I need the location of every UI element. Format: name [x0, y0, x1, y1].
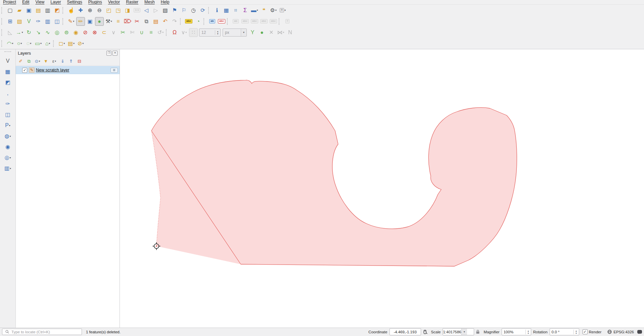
fill-ring-button[interactable]: ◉ — [72, 28, 80, 37]
collapse-all-button[interactable]: ⇑ — [67, 57, 75, 65]
split-features-button[interactable]: ✂ — [119, 28, 127, 37]
open-project-button[interactable]: ▰ — [15, 6, 24, 15]
offset-curve-button[interactable]: ⊂ — [100, 28, 108, 37]
toolbar-drag-handle[interactable] — [203, 18, 206, 25]
snapping-type-dropdown-arrow-icon[interactable]: ▾ — [185, 31, 187, 34]
new-project-button[interactable]: ▢ — [6, 6, 14, 15]
manage-map-themes-button[interactable]: ⊙▾ — [34, 57, 41, 65]
add-wfs-layer-button[interactable]: ◎▾ — [3, 153, 12, 162]
rotation-spin-arrows[interactable]: ▴▾ — [573, 330, 579, 334]
scale-feature-button[interactable]: ↘ — [34, 28, 43, 37]
new-spatial-bookmark-button[interactable]: ⚑ — [170, 6, 179, 15]
vertex-tool-dropdown-arrow-icon[interactable]: ▾ — [111, 20, 112, 23]
crs-value[interactable]: EPSG:4326 — [613, 330, 634, 334]
toolbar-drag-handle[interactable] — [1, 29, 4, 36]
current-edits-dropdown-arrow-icon[interactable]: ▾ — [73, 20, 74, 23]
snapping-tolerance-spinbox[interactable]: 12▴▾ — [199, 29, 221, 37]
circle-tool-button[interactable]: ○▾ — [15, 39, 24, 48]
copy-features-button[interactable]: ⧉ — [142, 17, 151, 26]
toolbar-drag-handle[interactable] — [166, 29, 169, 36]
move-feature-dropdown-arrow-icon[interactable]: ▾ — [21, 31, 23, 34]
locator-input[interactable] — [11, 330, 80, 334]
enable-topological-editing-button[interactable]: Y — [248, 28, 257, 37]
identify-features-button[interactable]: ℹ — [213, 6, 221, 15]
menu-vector[interactable]: Vector — [105, 0, 123, 4]
add-wms-layer-button[interactable]: ◍▾ — [3, 132, 12, 141]
filter-by-expression-button[interactable]: ε▾ — [50, 57, 58, 65]
spin-up-icon[interactable]: ▴ — [526, 330, 531, 332]
add-spatialite-layer-button[interactable]: ✑ — [3, 100, 12, 108]
statistical-summary-button[interactable]: Σ — [241, 6, 249, 15]
ellipse-tool-dropdown-arrow-icon[interactable]: ▾ — [30, 42, 31, 45]
menu-plugins[interactable]: Plugins — [85, 0, 105, 4]
pan-map-button[interactable]: ☝ — [67, 6, 76, 15]
refresh-map-button[interactable]: ⟳ — [198, 6, 207, 15]
spin-down-icon[interactable]: ▾ — [215, 33, 220, 35]
highlight-pinned-labels-button[interactable]: abc — [217, 17, 226, 26]
save-project-button[interactable]: ▣ — [25, 6, 33, 15]
rotate-point-symbols-dropdown-arrow-icon[interactable]: ▾ — [162, 31, 164, 34]
undo-button[interactable]: ↶ — [161, 17, 170, 26]
paste-features-button[interactable]: ▤ — [151, 17, 160, 26]
menu-edit[interactable]: Edit — [19, 0, 33, 4]
open-layer-styling-button[interactable]: ✐ — [17, 57, 25, 65]
expand-all-button[interactable]: ⇓ — [59, 57, 66, 65]
delete-part-button[interactable]: ⊗ — [90, 28, 99, 37]
menu-settings[interactable]: Settings — [64, 0, 85, 4]
toolbar-drag-handle[interactable] — [279, 18, 282, 25]
new-temporary-scratch-layer-button[interactable]: ▥ — [43, 17, 52, 26]
add-part-button[interactable]: ⊚ — [62, 28, 71, 37]
rotate-feature-button[interactable]: ↻ — [25, 28, 33, 37]
field-calculator-button[interactable]: ⌗ — [231, 6, 240, 15]
toolbar-drag-handle[interactable] — [53, 40, 56, 47]
simplify-feature-button[interactable]: ∿ — [43, 28, 52, 37]
new-geopackage-layer-button[interactable]: ▧ — [15, 17, 24, 26]
select-features-dropdown-arrow-icon[interactable]: ▾ — [63, 42, 65, 45]
new-spatialite-layer-button[interactable]: ✑ — [34, 17, 43, 26]
float-panel-button[interactable]: ❐ — [106, 51, 111, 56]
toolbar-drag-handle[interactable] — [4, 51, 11, 54]
new-print-layout-button[interactable]: ▤ — [34, 6, 43, 15]
measure-dropdown-arrow-icon[interactable]: ▾ — [257, 9, 258, 12]
render-checkbox[interactable]: ✓ — [583, 329, 588, 334]
add-raster-layer-button[interactable]: ▦ — [3, 67, 12, 76]
regular-polygon-tool-button[interactable]: ⌂▾ — [43, 39, 52, 48]
enable-tracing-dropdown-arrow-icon[interactable]: ▾ — [283, 31, 284, 34]
vertex-tool-button[interactable]: ⚒▾ — [104, 17, 113, 26]
text-annotation-dropdown-arrow-icon[interactable]: ▾ — [284, 9, 286, 12]
show-spatial-bookmarks-button[interactable]: ⚐ — [180, 6, 188, 15]
memory-layer-indicator-icon[interactable]: ▥ — [110, 68, 118, 73]
add-delimited-text-layer-button[interactable]: , — [3, 89, 12, 98]
pin-unpin-labels-button[interactable]: ab — [208, 17, 217, 26]
scale-dropdown-arrow-icon[interactable]: ▾ — [461, 329, 467, 335]
add-wcs-layer-button[interactable]: ◉ — [3, 143, 12, 151]
add-wfs-layer-dropdown-arrow-icon[interactable]: ▾ — [9, 156, 11, 159]
cut-features-button[interactable]: ✂ — [133, 17, 141, 26]
magnifier-spin-arrows[interactable]: ▴▾ — [525, 330, 531, 334]
zoom-to-layer-button[interactable]: ◳ — [114, 6, 123, 15]
ellipse-tool-button[interactable]: ◌▾ — [25, 39, 33, 48]
toggle-extents-mouse-icon[interactable] — [423, 330, 427, 334]
map-canvas[interactable] — [120, 49, 644, 328]
toolbar-drag-handle[interactable] — [1, 7, 4, 14]
menu-layer[interactable]: Layer — [47, 0, 64, 4]
messages-bubble-icon[interactable] — [637, 330, 642, 334]
add-vector-layer-button[interactable]: V — [3, 57, 12, 65]
new-shapefile-layer-button[interactable]: V — [25, 17, 33, 26]
menu-help[interactable]: Help — [158, 0, 173, 4]
layer-row-new-scratch-layer[interactable]: ✓ ✎ New scratch layer ▥ — [16, 66, 120, 74]
spin-down-icon[interactable]: ▾ — [574, 332, 579, 334]
layer-visibility-checkbox[interactable]: ✓ — [22, 68, 27, 73]
new-map-view-button[interactable]: ▧ — [161, 6, 170, 15]
remove-layer-button[interactable]: ⊟ — [76, 57, 83, 65]
modify-attributes-selected-button[interactable]: ≡ — [114, 17, 123, 26]
circle-tool-dropdown-arrow-icon[interactable]: ▾ — [20, 42, 22, 45]
add-mesh-layer-button[interactable]: ◩ — [3, 78, 12, 87]
close-panel-button[interactable]: ✕ — [112, 51, 118, 56]
zoom-out-button[interactable]: ⊖ — [95, 6, 104, 15]
layer-diagram-options-button[interactable]: ◔ — [194, 17, 202, 26]
add-postgis-layer-dropdown-arrow-icon[interactable]: ▾ — [9, 124, 10, 127]
new-scratch-layer-button[interactable]: ▥▾ — [3, 164, 12, 173]
merge-features-button[interactable]: ∪ — [137, 28, 146, 37]
toolbar-drag-handle[interactable] — [1, 40, 4, 47]
